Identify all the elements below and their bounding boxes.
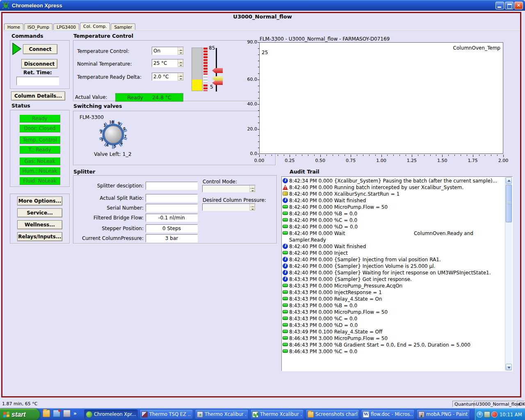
splitter-description-field[interactable]: [146, 182, 198, 190]
restore-button[interactable]: [505, 2, 514, 9]
page-title: U3000_Normal_flow: [0, 14, 525, 20]
taskbar-task-thermo-xcalibur[interactable]: Thermo Xcalibur ...: [195, 409, 249, 419]
y-minor-tick: [258, 86, 259, 86]
spin-up-icon[interactable]: [250, 185, 255, 189]
audit-text: 8:43:43 PM 0.000 %D = 0.0: [289, 322, 358, 329]
spinner-buttons[interactable]: [249, 204, 255, 210]
internet-explorer-icon[interactable]: [53, 410, 60, 417]
y-tick: [258, 104, 259, 105]
status-badge-hum-noleak: Hum.: NoLeak: [19, 167, 60, 175]
audit-entry: 8:42:40 PM 0.000 %C = 0.0: [283, 217, 505, 224]
scroll-up-icon[interactable]: [506, 177, 512, 184]
disconnect-button[interactable]: Disconnect: [21, 59, 57, 68]
column-details-button[interactable]: Column Details...: [11, 91, 65, 100]
spin-down-icon[interactable]: [250, 189, 255, 192]
spinner-buttons[interactable]: [178, 47, 183, 55]
audit-trail-heading: Audit Trail: [290, 169, 319, 175]
cmd-icon: [283, 349, 288, 353]
taskbar-task-thermo-tsq-ez[interactable]: Thermo TSQ EZ ...: [139, 409, 193, 419]
serial-number-field[interactable]: [146, 204, 198, 212]
window-title: Chromeleon Xpress: [12, 2, 62, 9]
y-tick-label: 40.0: [246, 101, 257, 107]
minimize-button[interactable]: [495, 2, 504, 9]
audit-entry: 8:46:43 PM 3.000 %C = 0.0: [283, 348, 505, 355]
tab-lpg3400[interactable]: LPG3400: [53, 23, 79, 30]
audit-entry: 8:42:40 PM 0.000 %B = 0.0: [283, 210, 505, 217]
temperature-control-value: On: [152, 47, 178, 55]
tab-iso-pump[interactable]: ISO_Pump: [24, 23, 52, 30]
scrollbar[interactable]: [505, 177, 512, 370]
temperature-ready-delta-spinner[interactable]: 2.0 °C: [152, 73, 184, 81]
y-tick: [258, 42, 259, 43]
spin-down-icon[interactable]: [178, 63, 183, 67]
button-more-options[interactable]: More Options...: [17, 196, 62, 205]
tab-underline: [2, 30, 520, 31]
splitter-description-label: Splitter desciption:: [57, 183, 144, 189]
chevron-right-icon[interactable]: »: [73, 411, 77, 416]
spin-down-icon[interactable]: [178, 51, 183, 55]
y-tick-label: 60.0: [246, 77, 257, 82]
spin-up-icon[interactable]: [178, 73, 183, 77]
audit-entry: 8:43:43 PM 0.000 MicroPump.Flow = 50: [283, 309, 505, 315]
status-group: ReadyDoor: ClosedTemp. ControlT.: ReadyG…: [10, 110, 70, 187]
tray-alert-icon[interactable]: [491, 411, 498, 418]
nominal-temperature-spinner[interactable]: 25 °C: [152, 59, 184, 67]
x-minor-tick: [485, 155, 485, 156]
y-minor-tick: [258, 148, 259, 148]
taskbar-task-chromeleon-xpr[interactable]: Chromeleon Xpr...: [84, 409, 138, 419]
tab-home[interactable]: Home: [4, 23, 23, 30]
x-minor-tick: [467, 155, 467, 156]
gauge-fill: [192, 80, 202, 91]
task-label: Thermo Xcalibur ...: [260, 411, 302, 417]
x-minor-tick: [265, 155, 266, 156]
audit-text: 8:46:43 PM 3.000 %B Gradient Start = 0.0…: [289, 342, 470, 348]
y-minor-tick: [258, 110, 259, 111]
x-tick-label: 1.00: [373, 158, 390, 163]
scroll-down-icon[interactable]: [506, 364, 512, 370]
ret-time-input[interactable]: [16, 77, 59, 85]
control-mode-spinner[interactable]: [202, 185, 256, 192]
spin-up-icon[interactable]: [178, 59, 183, 63]
taskbar-task-flow-doc-micros[interactable]: flow.doc - Micros...: [361, 409, 415, 419]
valve-knob[interactable]: 10907654321: [98, 119, 129, 150]
hide-icons-chevron-icon[interactable]: [477, 411, 483, 418]
x-tick-label: 1.25: [404, 158, 420, 163]
device-icon[interactable]: [63, 410, 71, 417]
start-button[interactable]: start: [0, 409, 40, 420]
tray-device-icon[interactable]: [484, 411, 490, 418]
chart-current-value: 25: [262, 50, 268, 55]
titlebar[interactable]: Chromeleon Xpress: [0, 0, 525, 11]
spin-up-icon[interactable]: [250, 204, 255, 207]
temperature-control-spinner[interactable]: On: [152, 47, 184, 55]
spin-down-icon[interactable]: [250, 207, 255, 210]
close-button[interactable]: [514, 2, 523, 9]
folder-icon[interactable]: [43, 410, 50, 417]
spinner-buttons[interactable]: [178, 73, 183, 80]
button-relays-inputs[interactable]: Relays/Inputs...: [17, 232, 62, 241]
oven-temperature-chart: FLM-3300 - U3000_Normal_flow - FARMASOY-…: [246, 36, 521, 171]
y-minor-tick: [258, 67, 259, 67]
taskbar-task-thermo-xcalibur[interactable]: Thermo Xcalibur ...: [250, 409, 304, 419]
ret-time-label: Ret. Time:: [23, 70, 52, 75]
button-service[interactable]: Service...: [17, 208, 62, 217]
actual-value-label: Actual Value:: [75, 94, 107, 100]
connect-button[interactable]: Connect: [23, 44, 57, 54]
audit-entry: 8:42:40 PM 0.000 {Sampler} Injecting fro…: [283, 256, 505, 263]
taskbar-task-screenshots-charlie[interactable]: Screenshots charlie: [306, 409, 359, 419]
tab-col-comp[interactable]: Col. Comp.: [80, 23, 110, 30]
scrollbar-thumb[interactable]: [506, 185, 512, 222]
spinner-buttons[interactable]: [178, 59, 183, 67]
spin-down-icon[interactable]: [178, 77, 183, 80]
tab-sampler[interactable]: Sampler: [111, 23, 135, 30]
button-wellness[interactable]: Wellness...: [17, 220, 62, 229]
temperature-ready-delta-label: Temperature Ready Delta:: [77, 74, 142, 80]
spinner-buttons[interactable]: [249, 185, 255, 192]
taskbar-task-moba-png-paint[interactable]: mobA.PNG - Paint: [416, 409, 470, 419]
taskbar: start » Chromeleon Xpr...Thermo TSQ EZ .…: [0, 408, 525, 420]
cmd-icon: [283, 218, 288, 221]
x-minor-tick: [393, 155, 394, 156]
audit-trail-box[interactable]: 8:42:34 PM 0.000 {Xcalibur_System} Pausi…: [281, 176, 513, 371]
spin-up-icon[interactable]: [178, 47, 183, 51]
actual-split-ratio-field[interactable]: [146, 194, 198, 202]
desired-column-pressure-spinner[interactable]: [202, 203, 256, 211]
